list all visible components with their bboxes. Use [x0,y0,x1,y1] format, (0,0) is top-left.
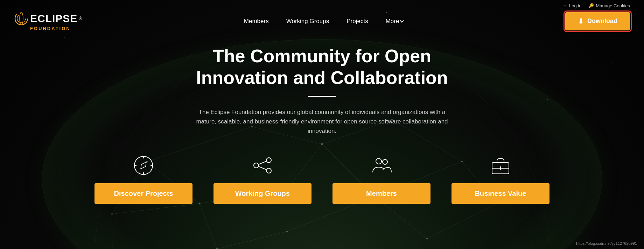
nav-more-label: More [386,18,399,25]
svg-point-32 [111,213,113,215]
svg-line-16 [427,204,497,239]
logo-foundation-text: FOUNDATION [30,26,71,31]
card-working-groups[interactable]: Working Groups [214,153,312,204]
hero-section: The Community for Open Innovation and Co… [0,38,644,136]
nav: Members Working Groups Projects More [244,18,404,25]
manage-cookies-link[interactable]: 🔑 Manage Cookies [588,3,630,8]
download-icon: ⬇ [578,17,584,26]
business-value-button[interactable]: Business Value [451,183,550,204]
svg-point-44 [266,168,271,173]
login-icon: → [562,3,567,8]
svg-line-13 [217,232,287,249]
working-groups-button[interactable]: Working Groups [214,183,312,204]
hero-title: The Community for Open Innovation and Co… [70,45,574,89]
nav-projects[interactable]: Projects [346,18,368,25]
footer-url-hint: https://blog.csdn.net/yy1127620991 [576,241,637,246]
hero-title-line1: The Community for Open [213,46,431,66]
logo-icon [14,11,29,26]
svg-line-18 [112,204,200,214]
compass-icon [131,153,156,178]
svg-point-30 [286,231,288,233]
nav-working-groups[interactable]: Working Groups [286,18,329,25]
svg-line-45 [259,161,266,164]
header: ECLIPSE ® FOUNDATION Members Working Gro… [0,11,644,38]
card-members[interactable]: Members [332,153,430,204]
logo-eclipse-text: ECLIPSE [30,13,77,24]
logo[interactable]: ECLIPSE ® FOUNDATION [14,11,82,31]
svg-point-36 [134,156,153,175]
people-icon [369,153,394,178]
svg-point-22 [321,143,323,145]
svg-point-31 [426,238,428,240]
svg-point-42 [266,158,271,163]
card-business-value[interactable]: Business Value [451,153,550,204]
hero-title-line2: Innovation and Collaboration [196,67,448,88]
nav-more[interactable]: More [386,18,404,25]
hero-description: The Eclipse Foundation provides our glob… [189,107,455,136]
svg-point-47 [376,158,382,164]
login-link[interactable]: → Log in [562,3,581,8]
action-cards: Discover Projects Working Groups [0,153,644,204]
svg-marker-37 [141,162,146,169]
nav-members[interactable]: Members [244,18,269,25]
card-discover-projects[interactable]: Discover Projects [94,153,192,204]
download-button[interactable]: ⬇ Download [565,12,630,30]
svg-point-48 [383,159,387,164]
download-label: Download [587,17,617,25]
svg-point-34 [17,14,26,23]
hero-divider [308,96,336,97]
svg-point-43 [254,163,259,168]
cookies-icon: 🔑 [588,3,594,8]
logo-registered: ® [79,16,82,21]
manage-cookies-label: Manage Cookies [596,3,630,8]
share-icon [250,153,275,178]
svg-line-46 [259,166,266,170]
discover-projects-button[interactable]: Discover Projects [94,183,192,204]
svg-line-12 [200,204,217,249]
members-button[interactable]: Members [332,183,430,204]
briefcase-icon [488,153,513,178]
chevron-down-icon [400,19,404,22]
utility-bar: → Log in 🔑 Manage Cookies [0,0,644,11]
login-label: Log in [569,3,581,8]
